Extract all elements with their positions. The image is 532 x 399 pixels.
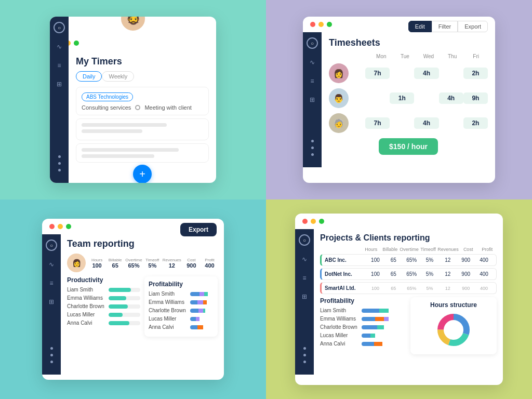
sidebar-chart-icon[interactable]: ∿	[54, 42, 64, 52]
timer-bars-block-2	[76, 143, 209, 163]
prod-bar-fill-1	[109, 288, 131, 292]
stat-hours-label: Hours	[89, 258, 105, 262]
projects-title: Projects & Clients reporting	[320, 233, 497, 243]
proj-dn-t: 5%	[421, 271, 439, 277]
dot-green	[74, 41, 79, 46]
proj-abc-t: 5%	[421, 257, 439, 263]
team-stat-values: Hours 100 Billable 65 Overtime 65% Tim	[89, 258, 218, 269]
sidebar-home-icon[interactable]: ○	[54, 22, 65, 33]
prod-row-2: Emma Williams	[67, 295, 140, 301]
ts-row-1: 👩 7h 4h 2h	[329, 63, 488, 83]
stat-timeoff: Timeoff 5%	[144, 258, 161, 269]
add-timer-button[interactable]: +	[133, 165, 152, 183]
bottom-two-col: Profitability Liam Smith Emma Williams C…	[320, 297, 497, 354]
prod-row-3: Charlotte Brown	[67, 303, 140, 309]
tab-weekly[interactable]: Weekly	[102, 71, 134, 82]
sidebar-grid-tr[interactable]: ⊞	[307, 95, 317, 105]
prof-name-5: Anna Calvi	[149, 324, 190, 330]
prof-row-2: Emma Williams	[149, 299, 214, 305]
prod-row-1: Liam Smith	[67, 287, 140, 292]
quadrant-projects-reporting: ○ ∿ ≡ ⊞ Projects & Clients reporting Hou…	[266, 200, 532, 399]
proj-h-cost: Cost	[459, 247, 478, 252]
sidebar-grid-bl[interactable]: ⊞	[46, 297, 57, 307]
toolbar-export-btn[interactable]: Export	[458, 21, 488, 32]
sidebar-chart-bl[interactable]: ∿	[46, 259, 57, 270]
prof-row-4: Lucas Miller	[149, 316, 214, 322]
tab-daily[interactable]: Daily	[76, 71, 102, 82]
proj-sa-p: 400	[475, 286, 493, 291]
stat-timeoff-label: Timeoff	[144, 258, 161, 262]
sidebar-tr: ○ ∿ ≡ ⊞	[303, 32, 322, 167]
br-prof-name-2: Emma Williams	[320, 316, 362, 322]
dot-yellow-bl	[58, 224, 63, 229]
timers-content: My Timers Daily Weekly ABS Technologies …	[69, 51, 216, 183]
proj-abc-h: 100	[366, 257, 384, 263]
stat-billable: Billable 65	[107, 258, 123, 269]
bar-1	[82, 123, 167, 127]
sidebar-list-icon[interactable]: ≡	[54, 60, 64, 71]
stat-profit-val: 400	[202, 262, 218, 269]
quadrant-team-reporting: Export ○ ∿ ≡ ⊞ Team reporting	[0, 200, 266, 399]
user-avatar: 🧔	[119, 17, 147, 32]
ts-fri: Fri	[464, 54, 488, 59]
proj-sa-h: 100	[366, 286, 384, 291]
sidebar-chart-br[interactable]: ∿	[299, 254, 310, 264]
bar-2	[82, 129, 142, 133]
sidebar-dot-br-3	[303, 361, 306, 363]
br-prof-row-1: Liam Smith	[320, 308, 406, 313]
ts-cell-3-1: 7h	[365, 117, 390, 129]
sidebar-list-tr[interactable]: ≡	[307, 76, 317, 86]
profitability-section: Profitability Liam Smith Emma Williams C…	[144, 276, 218, 337]
export-button[interactable]: Export	[180, 223, 217, 236]
team-avatar: 👩	[67, 254, 86, 272]
ts-avatar-2: 👨	[329, 88, 349, 108]
sidebar-br: ○ ∿ ≡ ⊞	[295, 229, 314, 375]
team-title: Team reporting	[67, 238, 218, 249]
prof-bar-1	[190, 292, 214, 296]
proj-row-dotnet: DotNet Inc. 100 65 65% 5% 12 900 400	[320, 268, 497, 280]
sidebar-list-bl[interactable]: ≡	[46, 278, 57, 288]
sidebar-dot-3	[58, 169, 61, 171]
stat-cost: Cost 900	[183, 258, 200, 269]
plus-btn-wrapper: +	[76, 165, 209, 183]
bar-3	[82, 148, 179, 152]
sidebar-chart-tr[interactable]: ∿	[307, 57, 317, 68]
proj-abc-p: 400	[475, 257, 493, 263]
sidebar-home-tr[interactable]: ○	[307, 37, 318, 49]
proj-abc-r: 12	[438, 257, 457, 263]
stat-overtime-val: 65%	[125, 262, 142, 269]
ts-avatar-3: 🧓	[329, 113, 349, 133]
sidebar-list-br[interactable]: ≡	[299, 273, 310, 283]
window-chrome-tl	[50, 35, 216, 51]
sidebar-dot-2	[58, 162, 61, 165]
ts-cell-2-2: 1h	[390, 92, 414, 104]
sidebar-home-bl[interactable]: ○	[46, 240, 57, 251]
rate-button[interactable]: $150 / hour	[379, 138, 438, 155]
sidebar-home-br[interactable]: ○	[299, 234, 310, 246]
hours-structure-section: Hours structure	[410, 297, 497, 354]
prof-bar-5	[190, 325, 214, 329]
dot-green-bl	[66, 224, 71, 229]
br-prof-row-4: Lucas Miller	[320, 332, 406, 338]
prod-name-5: Anna Calvi	[67, 320, 109, 326]
proj-abc-c: 900	[457, 257, 475, 263]
prod-name-1: Liam Smith	[67, 287, 109, 292]
proj-name-dotnet: DotNet Inc.	[325, 271, 366, 277]
productivity-section: Productivity Liam Smith Emma Williams Ch…	[67, 276, 140, 337]
proj-dn-r: 12	[438, 271, 457, 277]
prod-row-4: Lucas Miller	[67, 312, 140, 317]
stat-revenues-val: 12	[163, 262, 181, 269]
sidebar-grid-icon[interactable]: ⊞	[54, 79, 64, 89]
prod-bar-fill-3	[109, 304, 128, 309]
toolbar-edit-btn[interactable]: Edit	[408, 21, 432, 32]
sidebar-dot-bl-3	[50, 361, 53, 363]
br-profitability-section: Profitability Liam Smith Emma Williams C…	[320, 297, 406, 354]
timesheets-title: Timesheets	[329, 37, 488, 48]
stat-revenues-label: Revenues	[163, 258, 181, 262]
proj-h-billable: Billable	[381, 247, 400, 252]
toolbar-filter-btn[interactable]: Filter	[432, 21, 458, 32]
proj-h-profit: Profit	[477, 247, 497, 252]
sidebar-grid-br[interactable]: ⊞	[299, 291, 310, 302]
hours-structure-title: Hours structure	[430, 301, 477, 309]
team-stats-row: 👩 Hours 100 Billable 65 Overtime 65%	[67, 254, 218, 272]
